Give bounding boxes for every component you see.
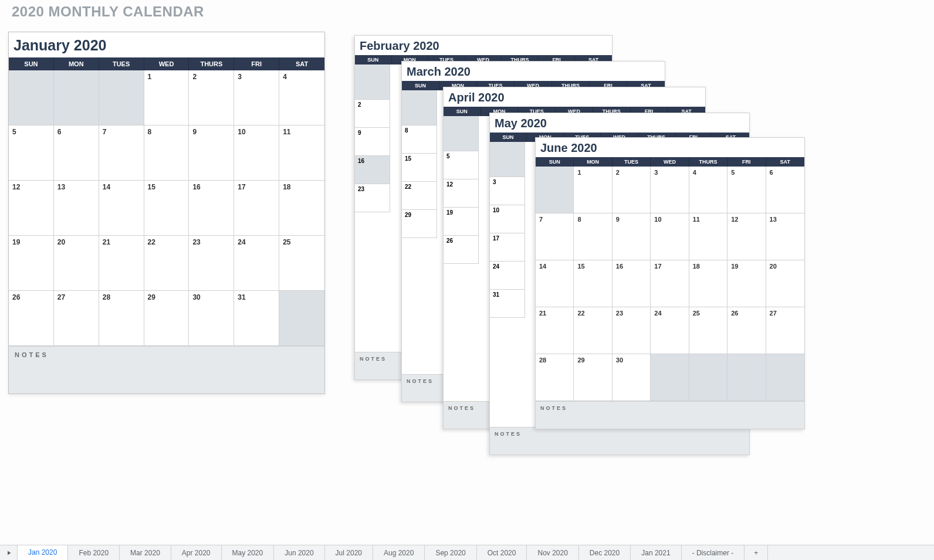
calendar-cell[interactable]: 16 [355, 156, 390, 184]
calendar-cell[interactable]: 31 [490, 290, 525, 318]
calendar-cell[interactable]: 13 [54, 181, 99, 236]
calendar-cell[interactable]: 18 [279, 181, 324, 236]
sheet-tab[interactable]: Jul 2020 [325, 545, 373, 560]
calendar-cell[interactable] [54, 70, 99, 125]
sheet-tab[interactable]: Aug 2020 [373, 545, 425, 560]
calendar-cell[interactable] [490, 142, 525, 177]
calendar-cell[interactable]: 6 [766, 167, 804, 213]
calendar-cell[interactable]: 2 [189, 70, 234, 125]
calendar-cell[interactable]: 1 [144, 70, 189, 125]
calendar-cell[interactable]: 17 [651, 260, 689, 307]
calendar-cell[interactable]: 22 [144, 236, 189, 291]
calendar-cell[interactable]: 16 [189, 181, 234, 236]
calendar-cell[interactable]: 26 [444, 236, 479, 264]
calendar-cell[interactable]: 24 [651, 307, 689, 354]
calendar-cell[interactable]: 29 [402, 210, 437, 238]
calendar-cell[interactable]: 11 [279, 125, 324, 181]
calendar-cell[interactable]: 24 [490, 262, 525, 290]
calendar-cell[interactable]: 29 [574, 354, 612, 401]
sheet-tab[interactable]: Dec 2020 [579, 545, 631, 560]
notes-section[interactable]: NOTES [490, 427, 749, 454]
calendar-cell[interactable] [766, 354, 804, 401]
sheet-tab[interactable]: Jun 2020 [274, 545, 324, 560]
calendar-cell[interactable]: 22 [574, 307, 612, 354]
calendar-cell[interactable]: 4 [279, 70, 324, 125]
calendar-cell[interactable]: 3 [490, 177, 525, 205]
calendar-cell[interactable]: 22 [402, 182, 437, 210]
calendar-cell[interactable]: 12 [444, 179, 479, 208]
calendar-cell[interactable]: 9 [612, 213, 651, 260]
calendar-cell[interactable]: 30 [612, 354, 651, 401]
calendar-cell[interactable]: 12 [9, 181, 54, 236]
calendar-cell[interactable]: 10 [651, 213, 689, 260]
calendar-cell[interactable]: 4 [689, 167, 727, 213]
calendar-cell[interactable]: 15 [402, 154, 437, 182]
calendar-cell[interactable] [536, 167, 574, 213]
calendar-cell[interactable]: 20 [766, 260, 804, 307]
calendar-cell[interactable]: 12 [727, 213, 766, 260]
calendar-body[interactable]: 1234567891011121314151617181920212223242… [9, 70, 324, 346]
calendar-cell[interactable]: 21 [99, 236, 144, 291]
sheet-tab[interactable]: Jan 2020 [18, 545, 68, 560]
calendar-cell[interactable]: 23 [189, 236, 234, 291]
calendar-cell[interactable]: 27 [766, 307, 804, 354]
sheet-tab[interactable]: Jan 2021 [631, 545, 681, 560]
calendar-cell[interactable]: 24 [234, 236, 279, 291]
calendar-cell[interactable] [355, 65, 390, 100]
calendar-cell[interactable]: 26 [727, 307, 766, 354]
calendar-cell[interactable]: 25 [689, 307, 727, 354]
sheet-tab[interactable]: May 2020 [222, 545, 275, 560]
calendar-cell[interactable]: 21 [536, 307, 574, 354]
calendar-cell[interactable]: 8 [574, 213, 612, 260]
calendar-cell[interactable]: 29 [144, 291, 189, 346]
calendar-cell[interactable] [689, 354, 727, 401]
calendar-cell[interactable]: 11 [689, 213, 727, 260]
calendar-cell[interactable]: 9 [189, 125, 234, 181]
sheet-tab[interactable]: - Disclaimer - [682, 545, 745, 560]
add-sheet-button[interactable]: + [745, 545, 768, 560]
calendar-cell[interactable]: 26 [9, 291, 54, 346]
calendar-cell[interactable]: 2 [355, 100, 390, 128]
calendar-cell[interactable]: 5 [444, 151, 479, 179]
calendar-cell[interactable]: 17 [234, 181, 279, 236]
calendar-cell[interactable]: 17 [490, 233, 525, 262]
calendar-cell[interactable]: 5 [9, 125, 54, 181]
notes-section[interactable]: NOTES [9, 346, 324, 393]
calendar-cell[interactable]: 7 [99, 125, 144, 181]
calendar-cell[interactable]: 10 [234, 125, 279, 181]
calendar-cell[interactable]: 23 [355, 184, 390, 212]
calendar-cell[interactable] [651, 354, 689, 401]
sheet-tab[interactable]: Sep 2020 [425, 545, 476, 560]
calendar-cell[interactable]: 18 [689, 260, 727, 307]
calendar-cell[interactable]: 25 [279, 236, 324, 291]
sheet-tab[interactable]: Mar 2020 [120, 545, 171, 560]
calendar-cell[interactable]: 7 [536, 213, 574, 260]
calendar-cell[interactable]: 3 [651, 167, 689, 213]
calendar-cell[interactable]: 14 [536, 260, 574, 307]
calendar-cell[interactable]: 15 [574, 260, 612, 307]
calendar-cell[interactable]: 13 [766, 213, 804, 260]
calendar-cell[interactable] [402, 90, 437, 125]
calendar-cell[interactable]: 1 [574, 167, 612, 213]
calendar-cell[interactable] [279, 291, 324, 346]
calendar-cell[interactable]: 20 [54, 236, 99, 291]
calendar-cell[interactable]: 19 [727, 260, 766, 307]
calendar-cell[interactable] [9, 70, 54, 125]
calendar-cell[interactable]: 8 [402, 125, 437, 154]
calendar-cell[interactable]: 14 [99, 181, 144, 236]
calendar-cell[interactable]: 2 [612, 167, 651, 213]
sheet-tab[interactable]: Feb 2020 [68, 545, 120, 560]
calendar-cell[interactable]: 19 [444, 208, 479, 236]
calendar-cell[interactable]: 3 [234, 70, 279, 125]
calendar-cell[interactable] [444, 116, 479, 151]
sheet-tab[interactable]: Nov 2020 [527, 545, 578, 560]
calendar-cell[interactable]: 15 [144, 181, 189, 236]
calendar-cell[interactable] [99, 70, 144, 125]
calendar-cell[interactable]: 9 [355, 128, 390, 156]
calendar-cell[interactable]: 30 [189, 291, 234, 346]
calendar-cell[interactable]: 27 [54, 291, 99, 346]
calendar-cell[interactable]: 28 [99, 291, 144, 346]
calendar-cell[interactable]: 10 [490, 205, 525, 233]
calendar-cell[interactable]: 5 [727, 167, 766, 213]
notes-section[interactable]: NOTES [536, 401, 804, 429]
